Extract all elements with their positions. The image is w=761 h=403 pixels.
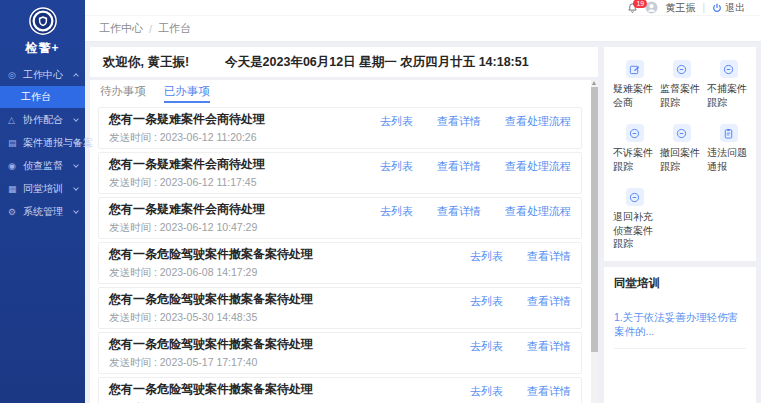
todo-item-time: 发送时间 : 2023-06-12 11:17:45: [109, 176, 571, 188]
police-badge-logo-icon: [28, 6, 58, 36]
view-details-link[interactable]: 查看详情: [437, 204, 481, 219]
chevron-up-icon: [73, 73, 79, 79]
sidebar-item-label: 工作中心: [23, 68, 63, 82]
shortcut-no-prosecution-case-tracking[interactable]: 不诉案件跟踪: [613, 124, 656, 173]
sidebar-item-work-center[interactable]: ◎ 工作中心: [0, 63, 85, 86]
divider: |: [702, 2, 705, 13]
training-card: 同堂培训 1.关于依法妥善办理轻伤害案件的...: [604, 267, 756, 403]
sidebar-item-label: 侦查监督: [23, 159, 63, 173]
shortcut-no-arrest-case-tracking[interactable]: 不捕案件跟踪: [707, 60, 750, 109]
chevron-down-icon: [73, 208, 79, 214]
todo-item-time: 发送时间 : 2023-06-12 11:20:26: [109, 131, 571, 143]
shortcut-supervised-case-tracking[interactable]: 监督案件跟踪: [660, 60, 703, 109]
todo-item-actions: 去列表 查看详情: [470, 249, 571, 264]
circle-dash-icon: [626, 124, 644, 142]
edit-square-icon: [626, 60, 644, 78]
user-bar: 19 黄王振 | 退出: [85, 0, 761, 16]
circle-dash-icon: [720, 60, 738, 78]
todo-item: 您有一条危险驾驶案件撤案备案待处理 发送时间 : 2023-05-17 17:1…: [98, 377, 582, 403]
todo-item-time: 发送时间 : 2023-06-08 14:17:29: [109, 266, 571, 278]
sidebar-item-investigation-supervision[interactable]: ◉ 侦查监督: [0, 154, 85, 177]
chevron-down-icon: [73, 185, 79, 191]
view-details-link[interactable]: 查看详情: [437, 114, 481, 129]
time-prefix: 发送时间 :: [109, 221, 160, 233]
breadcrumb-separator: /: [149, 23, 152, 35]
welcome-date: 今天是2023年06月12日 星期一 农历四月廿五 14:18:51: [225, 54, 529, 71]
view-details-link[interactable]: 查看详情: [527, 249, 571, 264]
tab-pending[interactable]: 待办事项: [100, 85, 146, 103]
view-details-link[interactable]: 查看详情: [527, 294, 571, 309]
sidebar-item-joint-training[interactable]: ▦ 同堂培训: [0, 177, 85, 200]
breadcrumb: 工作中心 / 工作台: [85, 16, 761, 42]
shortcut-label: 不诉案件跟踪: [613, 146, 656, 173]
view-details-link[interactable]: 查看详情: [527, 339, 571, 354]
scrollbar-up-arrow[interactable]: [592, 81, 596, 85]
time-value: 2023-06-12 11:17:45: [160, 176, 257, 188]
todo-item-actions: 去列表 查看详情: [470, 384, 571, 399]
go-to-list-link[interactable]: 去列表: [380, 114, 413, 129]
user-avatar-icon: [645, 1, 658, 14]
todo-item: 您有一条疑难案件会商待处理 发送时间 : 2023-06-12 10:47:29…: [98, 197, 582, 239]
shortcut-label: 不捕案件跟踪: [707, 82, 750, 109]
sidebar-item-cooperation[interactable]: △ 协作配合: [0, 108, 85, 131]
go-to-list-link[interactable]: 去列表: [380, 159, 413, 174]
go-to-list-link[interactable]: 去列表: [470, 249, 503, 264]
go-to-list-link[interactable]: 去列表: [470, 384, 503, 399]
logout-label: 退出: [725, 1, 745, 15]
breadcrumb-item[interactable]: 工作中心: [99, 21, 143, 36]
view-process-link[interactable]: 查看处理流程: [505, 204, 571, 219]
go-to-list-link[interactable]: 去列表: [470, 339, 503, 354]
view-process-link[interactable]: 查看处理流程: [505, 159, 571, 174]
shortcut-label: 退回补充侦查案件跟踪: [613, 210, 656, 251]
todo-tabs: 待办事项 已办事项: [90, 80, 598, 105]
go-to-list-link[interactable]: 去列表: [380, 204, 413, 219]
logout-button[interactable]: 退出: [712, 1, 745, 15]
time-prefix: 发送时间 :: [109, 176, 160, 188]
shortcut-violation-report[interactable]: 违法问题通报: [707, 124, 750, 173]
shortcuts-card: 疑难案件会商 监督案件跟踪 不捕案件跟踪 不诉案件跟踪 撤回案件跟踪: [604, 47, 756, 261]
case-report-icon: ▤: [8, 138, 19, 148]
power-icon: [712, 3, 722, 13]
tab-done[interactable]: 已办事项: [164, 85, 210, 103]
sidebar-item-label: 协作配合: [23, 113, 63, 127]
sidebar-item-workbench[interactable]: 工作台: [0, 86, 85, 108]
shortcut-label: 撤回案件跟踪: [660, 146, 703, 173]
notifications-button[interactable]: 19: [627, 2, 638, 14]
todo-item-actions: 去列表 查看详情 查看处理流程: [380, 159, 571, 174]
sidebar-item-label: 案件通报与备案: [23, 136, 93, 150]
todo-item: 您有一条危险驾驶案件撤案备案待处理 发送时间 : 2023-05-17 17:1…: [98, 332, 582, 374]
sidebar-item-system-management[interactable]: ⚙ 系统管理: [0, 200, 85, 223]
sidebar: 检警+ ◎ 工作中心 工作台 △ 协作配合 ▤ 案件通报与备案 ◉ 侦查监督 ▦…: [0, 0, 85, 403]
username[interactable]: 黄王振: [665, 1, 695, 15]
scrollbar-thumb[interactable]: [591, 87, 598, 352]
circle-dash-icon: [673, 124, 691, 142]
todo-item: 您有一条疑难案件会商待处理 发送时间 : 2023-06-12 11:20:26…: [98, 107, 582, 149]
todo-card: 待办事项 已办事项 您有一条疑难案件会商待处理 发送时间 : 2023-06-1…: [90, 80, 598, 403]
scrollbar[interactable]: [591, 80, 598, 403]
sidebar-item-label: 同堂培训: [23, 182, 63, 196]
shortcut-case-consultation[interactable]: 疑难案件会商: [613, 60, 656, 109]
time-prefix: 发送时间 :: [109, 266, 160, 278]
avatar[interactable]: [645, 1, 658, 14]
go-to-list-link[interactable]: 去列表: [470, 294, 503, 309]
chevron-down-icon: [73, 116, 79, 122]
shortcut-label: 监督案件跟踪: [660, 82, 703, 109]
welcome-greeting: 欢迎你, 黄王振!: [103, 54, 189, 71]
view-process-link[interactable]: 查看处理流程: [505, 114, 571, 129]
view-details-link[interactable]: 查看详情: [437, 159, 481, 174]
cooperation-icon: △: [8, 115, 19, 125]
sidebar-item-case-report[interactable]: ▤ 案件通报与备案: [0, 131, 85, 154]
investigation-icon: ◉: [8, 161, 19, 171]
shortcut-withdrawn-case-tracking[interactable]: 撤回案件跟踪: [660, 124, 703, 173]
shortcut-returned-supplementary-investigation-tracking[interactable]: 退回补充侦查案件跟踪: [613, 188, 656, 251]
circle-dash-icon: [626, 188, 644, 206]
app-name: 检警+: [0, 40, 85, 57]
view-details-link[interactable]: 查看详情: [527, 384, 571, 399]
training-link[interactable]: 1.关于依法妥善办理轻伤害案件的...: [614, 311, 746, 349]
circle-dash-icon: [673, 60, 691, 78]
time-value: 2023-05-30 14:48:35: [160, 311, 258, 323]
sidebar-menu: ◎ 工作中心 工作台 △ 协作配合 ▤ 案件通报与备案 ◉ 侦查监督 ▦ 同堂培…: [0, 63, 85, 223]
todo-item: 您有一条疑难案件会商待处理 发送时间 : 2023-06-12 11:17:45…: [98, 152, 582, 194]
welcome-bar: 欢迎你, 黄王振! 今天是2023年06月12日 星期一 农历四月廿五 14:1…: [90, 47, 598, 77]
training-title: 同堂培训: [614, 276, 746, 291]
